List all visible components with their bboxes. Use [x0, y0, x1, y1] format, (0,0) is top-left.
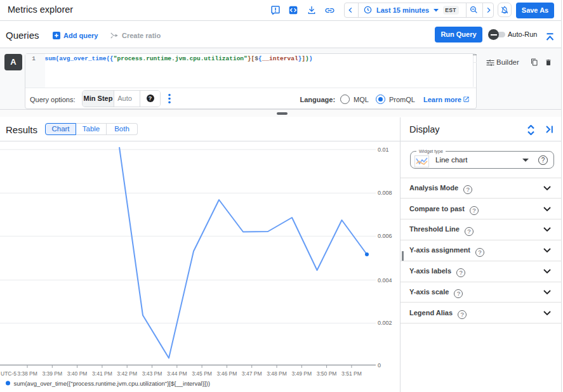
svg-text:0: 0: [378, 362, 381, 369]
svg-text:3:41 PM: 3:41 PM: [92, 370, 112, 377]
svg-text:3:49 PM: 3:49 PM: [291, 370, 312, 377]
svg-text:3:42 PM: 3:42 PM: [117, 370, 137, 377]
svg-text:0.006: 0.006: [378, 233, 392, 239]
svg-text:3:40 PM: 3:40 PM: [67, 370, 88, 377]
svg-text:3:50 PM: 3:50 PM: [317, 370, 337, 377]
svg-text:3:39 PM: 3:39 PM: [42, 370, 62, 377]
svg-text:3:47 PM: 3:47 PM: [242, 370, 262, 377]
svg-text:0.002: 0.002: [378, 320, 392, 326]
svg-text:3:44 PM: 3:44 PM: [167, 370, 187, 377]
svg-text:0.004: 0.004: [378, 277, 392, 284]
svg-text:3:46 PM: 3:46 PM: [217, 370, 237, 377]
svg-text:3:51 PM: 3:51 PM: [341, 370, 362, 377]
svg-text:0.01: 0.01: [378, 147, 389, 153]
svg-text:UTC-5: UTC-5: [1, 370, 17, 377]
svg-text:3:43 PM: 3:43 PM: [142, 370, 162, 377]
svg-text:sum(avg_over_time({"process.ru: sum(avg_over_time({"process.runtime.jvm.…: [14, 380, 210, 387]
svg-text:3:38 PM: 3:38 PM: [17, 370, 37, 377]
svg-text:3:45 PM: 3:45 PM: [192, 370, 212, 377]
svg-text:0.008: 0.008: [378, 190, 392, 196]
svg-text:3:48 PM: 3:48 PM: [267, 370, 287, 377]
